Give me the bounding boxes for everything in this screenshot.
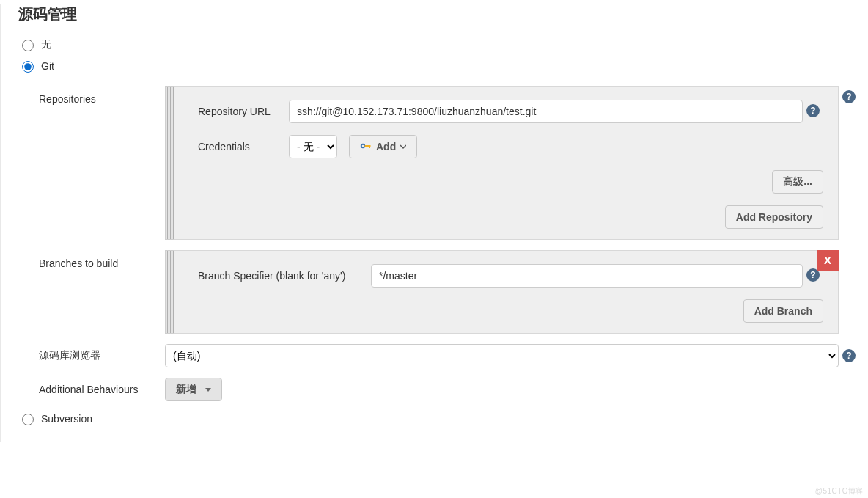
radio-git-label: Git (41, 60, 54, 72)
radio-none[interactable] (22, 40, 34, 51)
drag-handle[interactable] (165, 86, 174, 240)
delete-branch-button[interactable]: X (817, 250, 839, 271)
svg-rect-4 (367, 145, 369, 147)
repo-browser-label: 源码库浏览器 (39, 349, 165, 362)
credentials-add-button[interactable]: Add (349, 135, 417, 158)
branch-spec-label: Branch Specifier (blank for 'any') (198, 270, 359, 282)
scm-option-git[interactable]: Git (18, 59, 859, 73)
help-icon[interactable]: ? (842, 90, 856, 103)
help-icon[interactable]: ? (806, 104, 820, 117)
key-icon (360, 141, 372, 153)
radio-none-label: 无 (41, 38, 51, 51)
scm-option-none[interactable]: 无 (18, 37, 859, 51)
radio-subversion-label: Subversion (41, 413, 92, 425)
scm-option-subversion[interactable]: Subversion (18, 411, 859, 425)
add-branch-button[interactable]: Add Branch (743, 299, 823, 323)
radio-subversion[interactable] (22, 414, 34, 425)
radio-git[interactable] (22, 61, 34, 73)
svg-rect-3 (369, 145, 370, 148)
credentials-label: Credentials (198, 141, 277, 153)
credentials-select[interactable]: - 无 - (289, 135, 337, 158)
repositories-label: Repositories (39, 86, 165, 240)
chevron-down-icon (400, 144, 406, 150)
branches-panel: X Branch Specifier (blank for 'any') ? A… (174, 250, 839, 334)
section-title: 源码管理 (18, 4, 859, 24)
help-icon[interactable]: ? (842, 349, 856, 362)
svg-point-1 (362, 145, 364, 147)
advanced-button[interactable]: 高级... (772, 170, 823, 194)
add-repository-button[interactable]: Add Repository (725, 205, 823, 229)
repo-url-input[interactable] (289, 100, 803, 123)
repositories-panel: Repository URL ? Credentials - 无 - Add (174, 86, 839, 240)
repo-url-label: Repository URL (198, 106, 277, 117)
behaviours-add-button[interactable]: 新增 (165, 378, 222, 401)
repo-browser-select[interactable]: (自动) (165, 344, 839, 367)
drag-handle[interactable] (165, 250, 174, 334)
branches-label: Branches to build (39, 250, 165, 334)
credentials-add-label: Add (376, 141, 396, 153)
branch-spec-input[interactable] (371, 264, 803, 288)
behaviours-label: Additional Behaviours (39, 384, 165, 395)
